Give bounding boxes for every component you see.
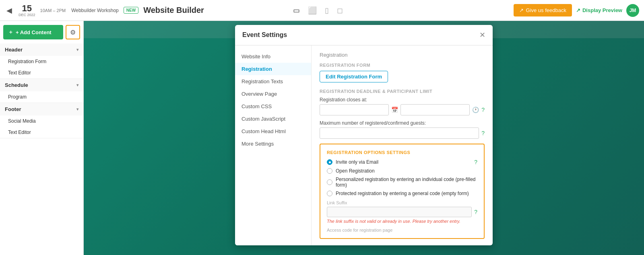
modal-title: Event Settings [242, 31, 287, 39]
modal-nav-registration-texts[interactable]: Registration Texts [235, 75, 311, 88]
top-right-actions: ↗ Give us feedback ↗ Display Preview JM [514, 4, 639, 17]
radio-invite-only-button[interactable] [327, 159, 332, 165]
deadline-section-label: REGISTRATION DEADLINE & PARTICIPANT LIMI… [320, 89, 485, 94]
modal-header: Event Settings ✕ [235, 25, 493, 45]
radio-protected-label: Protected registration by entering a gen… [336, 191, 469, 196]
plus-icon: ＋ [8, 29, 13, 36]
sidebar: ＋ + Add Content ⚙ Header ▾ Registration … [0, 21, 84, 255]
feedback-button[interactable]: ↗ Give us feedback [514, 4, 572, 16]
content-area: HEADER SCHEDULE FOOTER Title: ... First … [84, 21, 644, 255]
event-title: Webbuilder Workshop [71, 8, 119, 13]
sidebar-section-footer: Footer ▾ Social Media Text Editor [0, 103, 83, 138]
sidebar-section-header-toggle[interactable]: Header ▾ [0, 43, 83, 56]
view-icons: ▭ ⬜ ▯ ◻ [291, 4, 345, 16]
closes-at-label: Registration closes at: [320, 97, 485, 103]
sidebar-item-text-editor-header[interactable]: Text Editor [0, 67, 83, 78]
back-button[interactable]: ◀ [5, 4, 14, 16]
sidebar-item-text-editor-footer[interactable]: Text Editor [0, 127, 83, 138]
sidebar-settings-button[interactable]: ⚙ [66, 25, 80, 39]
max-guests-label: Maximum number of registered/confirmed g… [320, 120, 485, 126]
desktop-view-icon[interactable]: ▭ [291, 4, 302, 16]
sidebar-section-header: Header ▾ Registration Form Text Editor [0, 43, 83, 79]
breadcrumb: Registration [320, 52, 485, 58]
modal-nav-more-settings[interactable]: More Settings [235, 138, 311, 150]
sidebar-section-schedule: Schedule ▾ Program [0, 79, 83, 103]
app-title: Website Builder [143, 6, 204, 15]
max-guests-field: Maximum number of registered/confirmed g… [320, 120, 485, 139]
access-code-label: Access code for registration page [327, 228, 477, 232]
link-suffix-label: Link Suffix [327, 200, 477, 205]
event-day: 15 [22, 4, 32, 13]
event-date: 15 DEC 2022 [19, 4, 35, 17]
sidebar-item-social-media[interactable]: Social Media [0, 115, 83, 127]
modal-nav-custom-head-html[interactable]: Custom Head Html [235, 125, 311, 138]
modal-overlay: Event Settings ✕ Website Info Registrati… [84, 21, 644, 255]
sidebar-section-schedule-toggle[interactable]: Schedule ▾ [0, 79, 83, 91]
tablet-view-icon[interactable]: ⬜ [305, 4, 319, 16]
preview-view-icon[interactable]: ◻ [334, 4, 345, 16]
top-bar: ◀ 15 DEC 2022 10AM – 2PM Webbuilder Work… [0, 0, 644, 21]
link-suffix-error: The link suffix is not valid or already … [327, 219, 477, 224]
gear-icon: ⚙ [70, 29, 76, 36]
sidebar-action-bar: ＋ + Add Content ⚙ [3, 25, 80, 39]
max-guests-row: ? [320, 128, 485, 139]
radio-protected-button[interactable] [327, 191, 332, 196]
main-layout: ＋ + Add Content ⚙ Header ▾ Registration … [0, 21, 644, 255]
modal-content-area: Registration REGISTRATION FORM Edit Regi… [312, 45, 493, 245]
closes-at-row: 📅 🕐 ? [320, 104, 485, 115]
edit-registration-form-button[interactable]: Edit Registration Form [320, 71, 388, 82]
modal-sidebar: Website Info Registration Registration T… [235, 45, 312, 245]
sidebar-item-registration-form[interactable]: Registration Form [0, 56, 83, 67]
mobile-view-icon[interactable]: ▯ [322, 4, 331, 16]
closes-at-time-input[interactable] [400, 104, 470, 115]
new-badge: NEW [124, 7, 138, 14]
chevron-down-icon: ▾ [76, 47, 78, 52]
sidebar-section-footer-toggle[interactable]: Footer ▾ [0, 103, 83, 115]
event-time: 10AM – 2PM [40, 8, 66, 13]
options-title: REGISTRATION OPTIONS SETTINGS [327, 150, 477, 155]
modal-nav-custom-css[interactable]: Custom CSS [235, 100, 311, 113]
modal-close-button[interactable]: ✕ [479, 31, 485, 39]
modal-body: Website Info Registration Registration T… [235, 45, 493, 245]
display-preview-button[interactable]: ↗ Display Preview [576, 7, 622, 13]
modal-nav-overview-page[interactable]: Overview Page [235, 88, 311, 100]
preview-icon: ↗ [576, 7, 580, 13]
radio-open-registration-button[interactable] [327, 168, 332, 174]
closes-at-help-icon[interactable]: ? [481, 107, 485, 113]
radio-protected: Protected registration by entering a gen… [327, 191, 477, 196]
modal-nav-website-info[interactable]: Website Info [235, 50, 311, 63]
link-suffix-input[interactable] [327, 207, 472, 217]
sidebar-section-footer-label: Footer [5, 106, 21, 112]
invite-help-icon[interactable]: ? [474, 159, 477, 165]
modal-nav-custom-js[interactable]: Custom JavaScript [235, 113, 311, 125]
sidebar-item-program[interactable]: Program [0, 91, 83, 103]
chevron-down-icon: ▾ [76, 107, 78, 111]
sidebar-section-header-label: Header [5, 47, 23, 53]
event-month-year: DEC 2022 [19, 13, 35, 17]
modal-nav-registration[interactable]: Registration [235, 63, 311, 75]
closes-at-field: Registration closes at: 📅 🕐 ? [320, 97, 485, 115]
max-guests-help-icon[interactable]: ? [481, 130, 485, 136]
closes-at-date-input[interactable] [320, 104, 389, 115]
registration-options-box: REGISTRATION OPTIONS SETTINGS Invite onl… [320, 144, 485, 239]
radio-open-registration: Open Registration [327, 168, 477, 174]
chevron-down-icon: ▾ [76, 83, 78, 87]
calendar-icon[interactable]: 📅 [391, 107, 398, 113]
radio-invite-only-label: Invite only via Email [336, 159, 378, 165]
add-content-button[interactable]: ＋ + Add Content [3, 25, 63, 39]
avatar: JM [626, 4, 639, 17]
clock-icon[interactable]: 🕐 [472, 107, 479, 113]
radio-open-registration-label: Open Registration [336, 168, 375, 174]
registration-form-section-label: REGISTRATION FORM [320, 63, 485, 68]
sidebar-section-schedule-label: Schedule [5, 82, 28, 88]
link-suffix-row: ? [327, 207, 477, 217]
radio-personalized: Personalized registration by entering an… [327, 177, 477, 188]
max-guests-input[interactable] [320, 128, 479, 139]
radio-personalized-button[interactable] [327, 179, 332, 185]
link-suffix-help-icon[interactable]: ? [474, 209, 477, 215]
event-settings-modal: Event Settings ✕ Website Info Registrati… [235, 25, 493, 245]
radio-personalized-label: Personalized registration by entering an… [336, 177, 477, 188]
radio-invite-only: Invite only via Email ? [327, 159, 477, 165]
feedback-icon: ↗ [519, 7, 524, 13]
